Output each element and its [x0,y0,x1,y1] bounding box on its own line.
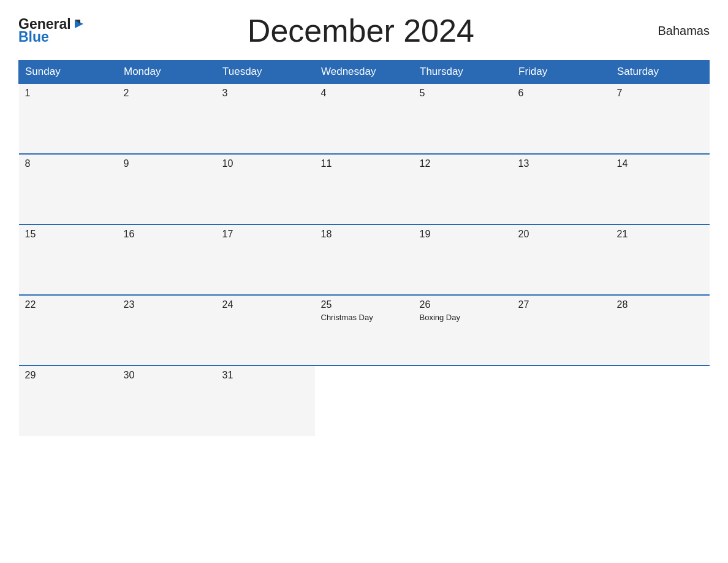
day-number: 15 [25,229,112,240]
day-number: 27 [518,299,605,310]
calendar-cell-w3d1: 15 [19,224,118,295]
day-number: 5 [420,88,506,99]
day-number: 31 [222,370,309,381]
calendar-cell-w1d5: 5 [414,83,512,154]
calendar-cell-w2d7: 14 [611,154,710,224]
calendar-cell-w2d2: 9 [118,154,216,224]
day-number: 2 [124,88,210,99]
calendar-week-3: 15161718192021 [19,224,710,295]
header-thursday: Thursday [414,61,512,84]
day-number: 10 [222,158,309,169]
calendar-cell-w3d4: 18 [315,224,414,295]
day-number: 4 [321,88,408,99]
day-number: 24 [222,299,309,310]
day-number: 9 [124,158,210,169]
calendar-cell-w4d6: 27 [512,295,611,366]
header-tuesday: Tuesday [216,61,315,84]
day-number: 23 [124,299,210,310]
calendar-cell-w1d2: 2 [118,83,216,154]
day-number: 12 [420,158,506,169]
day-number: 21 [617,229,703,240]
page-title: December 2024 [86,12,636,49]
day-number: 11 [321,158,408,169]
day-number: 22 [25,299,112,310]
day-number: 1 [25,88,112,99]
header-wednesday: Wednesday [315,61,414,84]
calendar-cell-w2d3: 10 [216,154,315,224]
header-sunday: Sunday [19,61,118,84]
day-number: 30 [124,370,210,381]
calendar-cell-w4d4: 25Christmas Day [315,295,414,366]
holiday-label: Christmas Day [321,313,408,322]
day-number: 25 [321,299,408,310]
day-number: 19 [420,229,506,240]
header-saturday: Saturday [611,61,710,84]
calendar-cell-w1d6: 6 [512,83,611,154]
day-number: 28 [617,299,703,310]
calendar-cell-w5d4 [315,366,414,436]
calendar-cell-w5d6 [512,366,611,436]
calendar-cell-w2d1: 8 [19,154,118,224]
day-number: 17 [222,229,309,240]
calendar-cell-w2d4: 11 [315,154,414,224]
day-number: 16 [124,229,210,240]
calendar-cell-w5d3: 31 [216,366,315,436]
calendar-cell-w2d6: 13 [512,154,611,224]
calendar-cell-w4d5: 26Boxing Day [414,295,512,366]
calendar-week-4: 22232425Christmas Day26Boxing Day2728 [19,295,710,366]
country-label: Bahamas [636,24,710,38]
calendar-cell-w3d7: 21 [611,224,710,295]
calendar-week-5: 293031 [19,366,710,436]
day-number: 13 [518,158,605,169]
calendar-cell-w5d1: 29 [19,366,118,436]
calendar-cell-w5d7 [611,366,710,436]
calendar-cell-w5d2: 30 [118,366,216,436]
calendar-table: Sunday Monday Tuesday Wednesday Thursday… [18,60,710,436]
day-number: 20 [518,229,605,240]
header: General Blue December 2024 Bahamas [18,12,710,49]
logo-blue-text: Blue [18,29,49,45]
day-number: 8 [25,158,112,169]
day-number: 29 [25,370,112,381]
calendar-cell-w3d6: 20 [512,224,611,295]
header-monday: Monday [118,61,216,84]
calendar-week-1: 1234567 [19,83,710,154]
calendar-cell-w3d3: 17 [216,224,315,295]
calendar-cell-w1d1: 1 [19,83,118,154]
weekday-header-row: Sunday Monday Tuesday Wednesday Thursday… [19,61,710,84]
calendar-cell-w2d5: 12 [414,154,512,224]
calendar-cell-w3d2: 16 [118,224,216,295]
calendar-cell-w4d1: 22 [19,295,118,366]
day-number: 7 [617,88,703,99]
day-number: 14 [617,158,703,169]
logo-triangle-icon [72,17,86,31]
calendar-cell-w4d3: 24 [216,295,315,366]
day-number: 6 [518,88,605,99]
calendar-cell-w5d5 [414,366,512,436]
header-friday: Friday [512,61,611,84]
calendar-cell-w4d2: 23 [118,295,216,366]
calendar-week-2: 891011121314 [19,154,710,224]
calendar-cell-w1d3: 3 [216,83,315,154]
calendar-cell-w1d4: 4 [315,83,414,154]
day-number: 3 [222,88,309,99]
day-number: 18 [321,229,408,240]
calendar-cell-w4d7: 28 [611,295,710,366]
calendar-cell-w1d7: 7 [611,83,710,154]
logo: General Blue [18,17,86,45]
holiday-label: Boxing Day [420,313,506,322]
page: General Blue December 2024 Bahamas Sunda… [0,0,728,563]
calendar-cell-w3d5: 19 [414,224,512,295]
day-number: 26 [420,299,506,310]
